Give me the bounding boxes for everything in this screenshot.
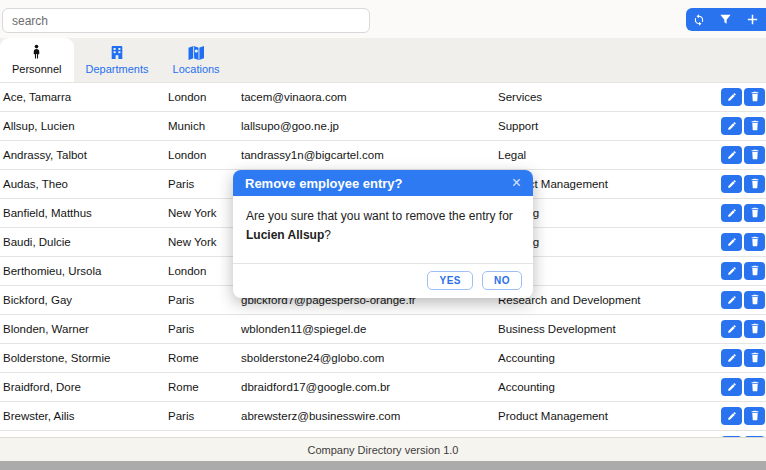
- employee-department: Business Development: [498, 323, 720, 335]
- tab-bar: Personnel Departments Locations: [0, 38, 766, 83]
- employee-name: Baudi, Dulcie: [0, 236, 168, 248]
- employee-city: London: [168, 149, 241, 161]
- tab-personnel-label: Personnel: [12, 63, 62, 75]
- row-actions: [720, 291, 766, 309]
- employee-city: New York: [168, 236, 241, 248]
- toolbar-button-group: [686, 8, 766, 31]
- row-actions: [720, 233, 766, 251]
- delete-button[interactable]: [744, 204, 765, 222]
- delete-button[interactable]: [744, 407, 765, 425]
- delete-button[interactable]: [744, 320, 765, 338]
- refresh-icon: [692, 13, 706, 27]
- close-icon[interactable]: ×: [512, 175, 521, 191]
- dialog-target-name: Lucien Allsup: [246, 228, 324, 242]
- employee-city: Paris: [168, 294, 241, 306]
- tab-departments-label: Departments: [86, 63, 149, 75]
- edit-button[interactable]: [721, 146, 742, 164]
- dialog-footer: YES NO: [233, 263, 533, 298]
- pencil-icon: [727, 90, 737, 105]
- delete-button[interactable]: [744, 262, 765, 280]
- row-actions: [720, 262, 766, 280]
- row-actions: [720, 320, 766, 338]
- edit-button[interactable]: [721, 320, 742, 338]
- trash-icon: [750, 235, 760, 250]
- add-button[interactable]: [741, 8, 765, 31]
- table-row: Bolderstone, Stormie Rome sbolderstone24…: [0, 344, 766, 373]
- trash-icon: [750, 293, 760, 308]
- pencil-icon: [727, 235, 737, 250]
- pencil-icon: [727, 264, 737, 279]
- delete-button[interactable]: [744, 175, 765, 193]
- employee-city: Paris: [168, 178, 241, 190]
- pencil-icon: [727, 380, 737, 395]
- delete-button[interactable]: [744, 88, 765, 106]
- delete-button[interactable]: [744, 146, 765, 164]
- employee-city: Rome: [168, 352, 241, 364]
- row-actions: [720, 204, 766, 222]
- person-icon: [31, 44, 42, 60]
- search-input[interactable]: [2, 8, 370, 33]
- edit-button[interactable]: [721, 88, 742, 106]
- employee-department: Research and Development: [498, 294, 720, 306]
- pencil-icon: [727, 351, 737, 366]
- edit-button[interactable]: [721, 204, 742, 222]
- employee-city: London: [168, 265, 241, 277]
- window-bottom-bar: [0, 461, 766, 470]
- employee-city: New York: [168, 207, 241, 219]
- table-row: Andrassy, Talbot London tandrassy1n@bigc…: [0, 141, 766, 170]
- table-row: Blonden, Warner Paris wblonden11@spiegel…: [0, 315, 766, 344]
- edit-button[interactable]: [721, 291, 742, 309]
- table-row: Ace, Tamarra London tacem@vinaora.com Se…: [0, 83, 766, 112]
- employee-department: Accounting: [498, 381, 720, 393]
- employee-email: wblonden11@spiegel.de: [241, 323, 498, 335]
- tab-personnel[interactable]: Personnel: [0, 38, 74, 82]
- no-button[interactable]: NO: [482, 271, 522, 290]
- pencil-icon: [727, 409, 737, 424]
- employee-name: Audas, Theo: [0, 178, 168, 190]
- employee-name: Ace, Tamarra: [0, 91, 168, 103]
- tab-departments[interactable]: Departments: [74, 38, 161, 82]
- row-actions: [720, 146, 766, 164]
- dialog-message: Are you sure that you want to remove the…: [233, 196, 533, 263]
- delete-button[interactable]: [744, 378, 765, 396]
- app-footer: Company Directory version 1.0: [0, 437, 766, 461]
- filter-button[interactable]: [714, 8, 738, 31]
- edit-button[interactable]: [721, 117, 742, 135]
- pencil-icon: [727, 322, 737, 337]
- refresh-button[interactable]: [687, 8, 711, 31]
- employee-email: abrewsterz@businesswire.com: [241, 410, 498, 422]
- trash-icon: [750, 177, 760, 192]
- delete-button[interactable]: [744, 291, 765, 309]
- table-row: Allsup, Lucien Munich lallsupo@goo.ne.jp…: [0, 112, 766, 141]
- dialog-message-suffix: ?: [324, 228, 331, 242]
- tab-locations-label: Locations: [173, 63, 220, 75]
- edit-button[interactable]: [721, 233, 742, 251]
- edit-button[interactable]: [721, 378, 742, 396]
- employee-email: lallsupo@goo.ne.jp: [241, 120, 498, 132]
- pencil-icon: [727, 177, 737, 192]
- tab-locations[interactable]: Locations: [161, 38, 232, 82]
- trash-icon: [750, 409, 760, 424]
- delete-button[interactable]: [744, 117, 765, 135]
- pencil-icon: [727, 148, 737, 163]
- employee-email: sbolderstone24@globo.com: [241, 352, 498, 364]
- yes-button[interactable]: YES: [427, 271, 473, 290]
- row-actions: [720, 88, 766, 106]
- delete-button[interactable]: [744, 233, 765, 251]
- employee-name: Blonden, Warner: [0, 323, 168, 335]
- edit-button[interactable]: [721, 407, 742, 425]
- employee-email: tacem@vinaora.com: [241, 91, 498, 103]
- edit-button[interactable]: [721, 262, 742, 280]
- pencil-icon: [727, 206, 737, 221]
- edit-button[interactable]: [721, 349, 742, 367]
- employee-name: Andrassy, Talbot: [0, 149, 168, 161]
- employee-name: Braidford, Dore: [0, 381, 168, 393]
- trash-icon: [750, 90, 760, 105]
- top-bar: [0, 0, 766, 38]
- row-actions: [720, 349, 766, 367]
- dialog-message-prefix: Are you sure that you want to remove the…: [246, 209, 513, 223]
- edit-button[interactable]: [721, 175, 742, 193]
- delete-button[interactable]: [744, 349, 765, 367]
- footer-text: Company Directory version 1.0: [307, 444, 458, 456]
- trash-icon: [750, 264, 760, 279]
